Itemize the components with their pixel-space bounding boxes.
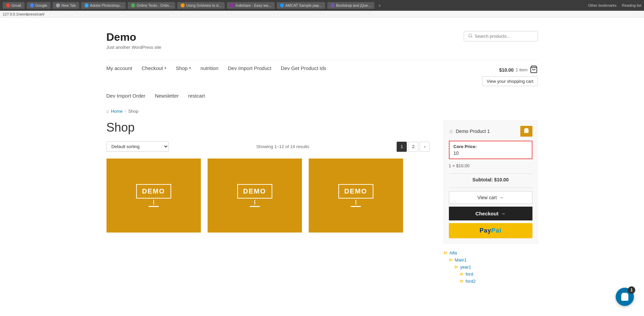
folder-icon: 📁 (460, 279, 464, 283)
checkout-dropdown-arrow: ▾ (164, 66, 166, 70)
breadcrumb-home[interactable]: Home (111, 109, 123, 114)
search-box[interactable] (464, 31, 538, 41)
reading-list[interactable]: Reading list (622, 3, 641, 7)
cart-item-remove-button[interactable]: ⊗ (449, 128, 453, 135)
tab-bootstrap[interactable]: Bootstrap and jQue... (327, 2, 374, 9)
cart-price-info: $10.00 1 item (499, 65, 538, 74)
cat-link-ford2[interactable]: ford2 (466, 279, 476, 284)
shop-dropdown-arrow: ▾ (189, 66, 191, 70)
primary-nav: My account Checkout ▾ Shop ▾ nutrition D… (106, 65, 327, 71)
nav-checkout[interactable]: Checkout ▾ (142, 65, 166, 71)
demo-monitor: DEMO (237, 184, 272, 207)
tab-google[interactable]: Google (27, 2, 51, 9)
tab-photoshop[interactable]: Adobe Photoshop... (81, 2, 126, 9)
cart-item-count: 1 item (516, 67, 527, 72)
monitor-base (149, 206, 159, 207)
floating-cart-badge: 1 (628, 286, 635, 292)
demo-monitor: DEMO (338, 184, 373, 207)
site-tagline: Just another WordPress site (106, 45, 161, 50)
monitor-stand (254, 200, 255, 205)
demo-text: DEMO (237, 184, 272, 199)
page-next-btn[interactable]: › (420, 142, 430, 152)
nav-nutrition[interactable]: nutrition (201, 65, 218, 71)
site-branding: Demo Just another WordPress site (106, 31, 161, 50)
sort-select[interactable]: Default sortingSort by popularitySort by… (106, 141, 169, 152)
nav-dev-import-product[interactable]: Dev Import Product (228, 65, 271, 71)
newtab-icon (56, 3, 60, 7)
nav-shop[interactable]: Shop ▾ (176, 65, 191, 71)
home-icon: ⌂ (106, 109, 109, 114)
amcat-icon (280, 3, 284, 7)
cart-divider (449, 173, 532, 174)
demo-text: DEMO (136, 184, 171, 199)
search-input[interactable] (475, 34, 533, 39)
folder-icon: 📁 (449, 258, 453, 262)
main-content: Shop Default sortingSort by popularitySo… (106, 120, 430, 286)
category-list: 📁 Alfa 📁 Main1 📁 year1 📁 ford 📁 f (443, 250, 538, 284)
cart-basket-icon-button[interactable] (520, 126, 532, 137)
view-cart-tooltip-button[interactable]: View your shopping cart (482, 76, 538, 86)
cart-subtotal: Subtotal: $10.00 (449, 177, 532, 182)
checkout-button[interactable]: Checkout → (449, 207, 532, 220)
product-card[interactable]: DEMO (208, 159, 302, 233)
cat-link-alfa[interactable]: Alfa (450, 250, 457, 255)
cat-link-main1[interactable]: Main1 (455, 257, 467, 262)
cat-item-alfa: 📁 Alfa (443, 250, 538, 255)
core-price-label: Core Price: (454, 144, 528, 149)
page-btn-2[interactable]: 2 (408, 142, 418, 152)
monitor-stand (356, 200, 356, 205)
tab-gmail[interactable]: Gmail (3, 2, 25, 9)
svg-point-0 (468, 34, 471, 37)
cart-icon-button[interactable] (530, 65, 538, 74)
cart-top-area: $10.00 1 item View your shopping cart (482, 65, 538, 86)
nav-dev-get-product-ids[interactable]: Dev Get Product Ids (281, 65, 326, 71)
result-count: Showing 1–12 of 14 results (256, 144, 309, 149)
product-image: DEMO (309, 159, 403, 233)
site-header: Demo Just another WordPress site (106, 24, 538, 60)
tab-gridview[interactable]: Using Gridview to d... (177, 2, 225, 9)
folder-icon: 📁 (460, 272, 464, 276)
cat-link-ford[interactable]: ford (466, 272, 473, 277)
monitor-base (351, 206, 361, 207)
gridview-icon (181, 3, 185, 7)
tab-amcat[interactable]: AMCAT Sample pap... (277, 2, 325, 9)
site-title: Demo (106, 31, 161, 43)
tab-newtab[interactable]: New Tab (53, 2, 79, 9)
browser-bar: Gmail Google New Tab Adobe Photoshop... … (0, 0, 644, 11)
floating-cart-button[interactable]: 1 (616, 288, 634, 292)
view-cart-button[interactable]: View cart → (449, 191, 532, 204)
tab-tests[interactable]: Online Tests - Onlin... (128, 2, 175, 9)
nav-my-account[interactable]: My account (106, 65, 132, 71)
product-card[interactable]: DEMO (106, 159, 201, 233)
cat-link-year1[interactable]: year1 (460, 265, 471, 270)
gmail-icon (6, 3, 10, 7)
cat-item-ford: 📁 ford (443, 272, 538, 277)
cat-item-ford2: 📁 ford2 (443, 279, 538, 284)
cart-qty-price: 1 × $10.00 (449, 163, 532, 168)
paypal-button[interactable]: PayPal (449, 223, 532, 238)
page-url: 127.0.0.1/wordpress/cart/ (3, 12, 44, 16)
page-btn-1[interactable]: 1 (397, 142, 407, 152)
other-bookmarks[interactable]: Other bookmarks (588, 3, 616, 7)
nav-newsletter[interactable]: Newsletter (155, 93, 179, 99)
demo-monitor: DEMO (136, 184, 171, 207)
breadcrumb-current: Shop (128, 109, 138, 114)
tab-indishare[interactable]: Indishare - Easy wa... (227, 2, 275, 9)
core-price-box: Core Price: 10 (449, 141, 532, 159)
shop-title: Shop (106, 120, 430, 135)
cart-sidebar-widget: ⊗ Demo Product 1 Core Price: 10 1 × $ (443, 120, 538, 244)
demo-text: DEMO (338, 184, 373, 199)
core-price-value: 10 (454, 150, 528, 156)
indishare-icon (230, 3, 234, 7)
cat-item-year1: 📁 year1 (443, 265, 538, 270)
shop-toolbar: Default sortingSort by popularitySort by… (106, 141, 430, 152)
product-card[interactable]: DEMO (309, 159, 403, 233)
breadcrumb: ⌂ Home › Shop (106, 105, 538, 120)
nav-restcart[interactable]: restcart (188, 93, 205, 99)
tests-icon (131, 3, 135, 7)
nav-dev-import-order[interactable]: Dev Import Order (106, 93, 146, 99)
more-tabs-button[interactable]: » (376, 3, 382, 7)
pagination: 1 2 › (397, 142, 430, 152)
svg-line-1 (471, 37, 472, 38)
product-grid: DEMO DEMO (106, 159, 430, 233)
